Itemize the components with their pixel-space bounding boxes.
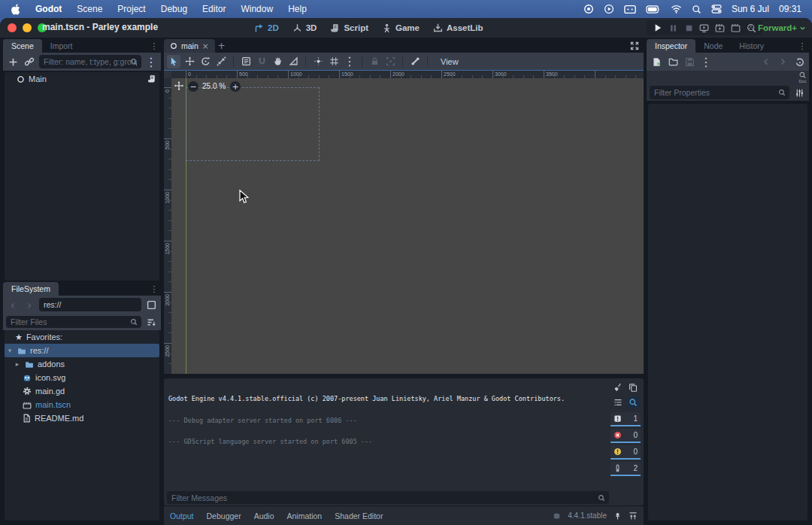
collapse-log-icon[interactable] bbox=[612, 396, 624, 408]
attached-script-icon[interactable] bbox=[147, 74, 156, 83]
add-node-button[interactable] bbox=[6, 55, 20, 68]
zoom-level-button[interactable]: 25.0 % bbox=[202, 82, 226, 90]
save-resource-icon[interactable] bbox=[683, 55, 696, 68]
snap-magnet-button[interactable] bbox=[255, 55, 268, 68]
play-scene-button[interactable] bbox=[714, 23, 726, 34]
pan-mode-button[interactable] bbox=[271, 55, 284, 68]
fs-row-main-gd[interactable]: main.gd bbox=[5, 384, 159, 398]
snap-options-icon[interactable]: ⋮ bbox=[343, 55, 356, 68]
toggle-split-mode-icon[interactable] bbox=[144, 298, 158, 311]
scene-dock-menu-icon[interactable]: ⋮ bbox=[149, 41, 159, 51]
copy-output-icon[interactable] bbox=[627, 381, 639, 393]
search-log-icon[interactable] bbox=[627, 396, 639, 408]
movie-maker-button[interactable] bbox=[746, 23, 757, 34]
tab-filesystem-dock[interactable]: FileSystem bbox=[3, 282, 59, 296]
wifi-icon[interactable] bbox=[671, 5, 682, 14]
new-resource-icon[interactable] bbox=[650, 55, 663, 68]
scene-tree-options-icon[interactable]: ⋮ bbox=[144, 55, 158, 68]
expander-open-icon[interactable]: ▾ bbox=[6, 347, 14, 354]
tab-game[interactable]: Game bbox=[382, 23, 420, 33]
renderer-dropdown[interactable]: Forward+ bbox=[758, 20, 806, 35]
canvas-field[interactable]: − 25.0 % + bbox=[171, 78, 644, 374]
close-tab-icon[interactable]: × bbox=[202, 41, 209, 50]
rotate-mode-button[interactable] bbox=[198, 55, 212, 68]
history-forward-icon[interactable] bbox=[776, 55, 789, 68]
stop-button[interactable] bbox=[683, 23, 695, 34]
close-window-button[interactable] bbox=[8, 23, 17, 32]
select-mode-button[interactable] bbox=[167, 55, 180, 68]
minimize-window-button[interactable] bbox=[23, 23, 32, 32]
bottom-tab-animation[interactable]: Animation bbox=[287, 511, 323, 520]
spotlight-search-icon[interactable] bbox=[692, 5, 701, 14]
list-select-button[interactable] bbox=[239, 55, 253, 68]
tab-import-dock[interactable]: Import bbox=[42, 39, 81, 53]
control-center-icon[interactable] bbox=[711, 5, 722, 14]
group-selected-button[interactable] bbox=[383, 55, 397, 68]
load-resource-icon[interactable] bbox=[666, 55, 680, 68]
nav-forward-icon[interactable]: › bbox=[23, 298, 36, 311]
favorites-header[interactable]: ★ Favorites: bbox=[5, 330, 159, 344]
scene-tab-main[interactable]: main × bbox=[164, 39, 215, 53]
bottom-tab-shader-editor[interactable]: Shader Editor bbox=[335, 511, 383, 520]
fs-row-main-tscn[interactable]: main.tscn bbox=[5, 398, 159, 411]
property-filter-options-icon[interactable] bbox=[792, 86, 806, 99]
filesystem-dock-menu-icon[interactable]: ⋮ bbox=[149, 284, 159, 294]
resource-options-icon[interactable]: ⋮ bbox=[699, 55, 713, 68]
expander-closed-icon[interactable]: ▸ bbox=[14, 360, 21, 368]
new-scene-tab-icon[interactable]: + bbox=[215, 39, 229, 53]
instance-scene-button[interactable] bbox=[23, 55, 36, 68]
tab-script[interactable]: Script bbox=[330, 23, 368, 33]
skeleton-options-button[interactable] bbox=[408, 55, 422, 68]
history-back-icon[interactable] bbox=[759, 55, 773, 68]
play-remote-debug-button[interactable] bbox=[698, 23, 710, 34]
tab-history[interactable]: History bbox=[731, 39, 772, 53]
menu-project[interactable]: Project bbox=[117, 4, 145, 14]
nav-back-icon[interactable]: ‹ bbox=[6, 298, 20, 311]
play-status-icon[interactable] bbox=[604, 4, 614, 14]
stage-manager-icon[interactable] bbox=[624, 5, 636, 14]
fs-row-res-root[interactable]: ▾ res:// bbox=[5, 344, 159, 357]
fs-row-icon-svg[interactable]: icon.svg bbox=[5, 371, 159, 384]
filter-messages-toggle[interactable]: 1 bbox=[611, 412, 641, 426]
menu-help[interactable]: Help bbox=[288, 4, 307, 14]
menubar-clock[interactable]: 09:31 bbox=[779, 4, 801, 14]
fs-row-readme[interactable]: README.md bbox=[5, 411, 159, 425]
menu-app-name[interactable]: Godot bbox=[35, 4, 62, 14]
grid-snap-button[interactable] bbox=[327, 55, 341, 68]
bottom-tab-output[interactable]: Output bbox=[170, 511, 194, 520]
zoom-out-button[interactable]: − bbox=[188, 81, 198, 92]
battery-icon[interactable] bbox=[646, 5, 661, 14]
tab-inspector[interactable]: Inspector bbox=[647, 39, 695, 53]
scene-filter-input[interactable] bbox=[39, 55, 141, 68]
tab-scene-dock[interactable]: Scene bbox=[3, 39, 42, 53]
expand-viewport-icon[interactable] bbox=[630, 41, 639, 50]
lock-selected-button[interactable] bbox=[368, 55, 381, 68]
clear-output-icon[interactable] bbox=[612, 381, 624, 393]
inspector-dock-menu-icon[interactable]: ⋮ bbox=[797, 41, 807, 51]
pin-bottom-panel-icon[interactable] bbox=[614, 511, 622, 520]
menu-window[interactable]: Window bbox=[241, 4, 273, 14]
filter-warnings-toggle[interactable]: 0 bbox=[611, 445, 641, 460]
open-docs-icon[interactable]: Doc bbox=[798, 71, 807, 83]
ruler-mode-button[interactable] bbox=[286, 55, 300, 68]
menu-debug[interactable]: Debug bbox=[161, 4, 187, 14]
filter-properties-input[interactable] bbox=[650, 86, 789, 99]
menubar-date[interactable]: Sun 6 Jul bbox=[732, 4, 769, 14]
filter-messages-input[interactable] bbox=[167, 491, 609, 504]
tab-3d[interactable]: 3D bbox=[292, 23, 317, 33]
tab-assetlib[interactable]: AssetLib bbox=[433, 23, 483, 33]
scale-mode-button[interactable] bbox=[214, 55, 228, 68]
screen-recording-icon[interactable] bbox=[583, 4, 594, 14]
move-mode-button[interactable] bbox=[183, 55, 196, 68]
menu-scene[interactable]: Scene bbox=[77, 4, 102, 14]
current-path-input[interactable] bbox=[39, 298, 141, 311]
canvas-2d-viewport[interactable]: 0 500 1000 1500 2000 2500 3000 3500 0 50… bbox=[164, 70, 644, 374]
tab-2d[interactable]: 2D bbox=[254, 23, 279, 33]
view-menu-button[interactable]: View bbox=[433, 57, 466, 66]
filter-errors-toggle[interactable]: 0 bbox=[611, 429, 641, 443]
bottom-tab-audio[interactable]: Audio bbox=[254, 511, 274, 520]
file-sort-options-icon[interactable] bbox=[144, 315, 158, 329]
object-history-icon[interactable] bbox=[792, 55, 806, 68]
filter-files-input[interactable] bbox=[6, 316, 141, 328]
menu-editor[interactable]: Editor bbox=[202, 4, 226, 14]
